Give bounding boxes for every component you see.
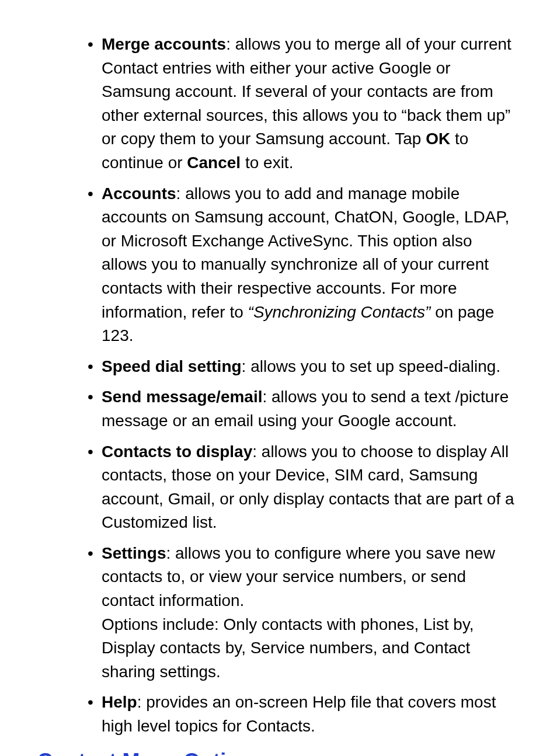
bullet-term: Send message/email: [102, 388, 262, 406]
bullet-text: : allows you to set up speed-dialing.: [242, 357, 501, 375]
section-heading-contact-menu-options: Contact Menu Options: [37, 749, 520, 756]
bullet-send-message: Send message/email: allows you to send a…: [102, 385, 520, 433]
bullet-term: Merge accounts: [102, 35, 226, 53]
bullet-term: Settings: [102, 544, 166, 562]
bold-cancel: Cancel: [187, 154, 241, 172]
bullet-contacts-display: Contacts to display: allows you to choos…: [102, 440, 520, 535]
options-bullet-list: Merge accounts: allows you to merge all …: [37, 33, 520, 738]
bold-ok: OK: [426, 130, 450, 148]
bullet-term: Help: [102, 693, 137, 711]
bullet-text: : provides an on-screen Help file that c…: [102, 693, 496, 735]
bullet-term: Speed dial setting: [102, 357, 242, 375]
bullet-merge-accounts: Merge accounts: allows you to merge all …: [102, 33, 520, 175]
bullet-term: Contacts to display: [102, 443, 252, 461]
bullet-help: Help: provides an on-screen Help file th…: [102, 691, 520, 738]
bullet-accounts: Accounts: allows you to add and manage m…: [102, 182, 520, 348]
bullet-text: : allows you to add and manage mobile ac…: [102, 184, 509, 321]
bullet-text: to exit.: [241, 154, 293, 172]
bullet-text-line2: Options include: Only contacts with phon…: [102, 615, 474, 681]
cross-reference: “Synchronizing Contacts”: [248, 303, 431, 321]
manual-page: Merge accounts: allows you to merge all …: [0, 0, 557, 756]
bullet-term: Accounts: [102, 184, 176, 203]
bullet-settings: Settings: allows you to configure where …: [102, 542, 520, 684]
bullet-speed-dial: Speed dial setting: allows you to set up…: [102, 355, 520, 379]
